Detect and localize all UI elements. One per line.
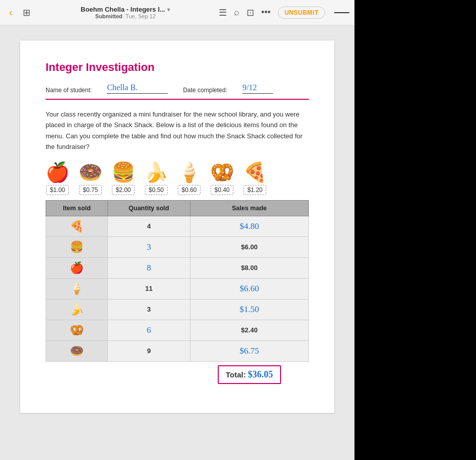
row-sales-2: $8.00 — [190, 257, 308, 278]
food-price-6: $1.20 — [244, 185, 266, 195]
problem-description: Your class recently organized a mini fun… — [46, 109, 309, 152]
document-page: Integer Investigation Name of student: C… — [20, 41, 334, 413]
row-sales-0: $4.80 — [190, 216, 308, 237]
food-icons-row: 🍎 $1.00 🍩 $0.75 🍔 $2.00 🍌 $0.50 🍦 $0.60 … — [46, 163, 309, 195]
toolbar-line — [334, 12, 349, 13]
row-icon-4: 🍌 — [46, 299, 108, 320]
food-item-2: 🍔 $2.00 — [111, 163, 135, 195]
col-qty-sold: Quantity sold — [108, 200, 190, 216]
table-row: 🍦 11 $6.60 — [46, 278, 309, 299]
food-emoji-1: 🍩 — [78, 163, 102, 182]
toolbar-icons: ☰ ⌕ ⊡ ••• UNSUBMIT — [219, 7, 349, 19]
table-row: 🥨 6 $2.40 — [46, 320, 309, 340]
food-item-5: 🥨 $0.40 — [210, 163, 234, 195]
row-icon-0: 🍕 — [46, 216, 108, 237]
row-qty-4: 3 — [108, 299, 190, 320]
food-emoji-2: 🍔 — [111, 163, 135, 182]
total-label: Total: — [226, 370, 246, 379]
table-row: 🍎 8 $8.00 — [46, 257, 309, 278]
total-cell: Total: $36.05 — [190, 361, 308, 388]
food-price-4: $0.60 — [178, 185, 200, 195]
row-qty-2: 8 — [108, 257, 190, 278]
food-emoji-4: 🍦 — [177, 163, 201, 182]
food-emoji-6: 🍕 — [243, 163, 267, 182]
document-title: Boehm Chella - Integers I... — [81, 6, 165, 13]
row-sales-4: $1.50 — [190, 299, 308, 320]
submission-date: Tue, Sep 12 — [126, 13, 156, 19]
student-name-value: Chella B. — [107, 83, 168, 94]
row-qty-3: 11 — [108, 278, 190, 299]
submission-status: Submitted — [95, 13, 123, 19]
row-sales-3: $6.60 — [190, 278, 308, 299]
main-layout: Integer Investigation Name of student: C… — [0, 25, 476, 460]
total-box: Total: $36.05 — [218, 365, 281, 384]
document-heading: Integer Investigation — [46, 61, 309, 74]
col-sales-made: Sales made — [190, 200, 308, 216]
food-emoji-3: 🍌 — [144, 163, 168, 182]
row-sales-1: $6.00 — [190, 237, 308, 257]
more-icon[interactable]: ••• — [261, 7, 271, 18]
food-item-3: 🍌 $0.50 — [144, 163, 168, 195]
row-qty-1: 3 — [108, 237, 190, 257]
sidebar-toggle-button[interactable]: ⊞ — [21, 5, 32, 20]
unsubmit-button[interactable]: UNSUBMIT — [278, 7, 325, 19]
student-name-label: Name of student: — [46, 87, 92, 94]
row-sales-6: $6.75 — [190, 340, 308, 361]
top-bar: ‹ ⊞ Boehm Chella - Integers I... ▾ Submi… — [0, 0, 354, 25]
food-emoji-0: 🍎 — [46, 163, 69, 182]
date-label: Date completed: — [183, 87, 227, 94]
title-chevron-icon[interactable]: ▾ — [167, 6, 170, 13]
document-area: Integer Investigation Name of student: C… — [0, 25, 354, 460]
food-price-2: $2.00 — [112, 185, 134, 195]
col-item-sold: Item sold — [46, 200, 108, 216]
row-icon-5: 🥨 — [46, 320, 108, 340]
food-price-0: $1.00 — [46, 185, 68, 195]
row-sales-5: $2.40 — [190, 320, 308, 340]
total-empty-1 — [46, 361, 108, 388]
search-icon[interactable]: ⌕ — [234, 7, 240, 18]
food-item-4: 🍦 $0.60 — [177, 163, 201, 195]
back-button[interactable]: ‹ — [5, 5, 17, 20]
table-row: 🍌 3 $1.50 — [46, 299, 309, 320]
food-price-5: $0.40 — [211, 185, 233, 195]
total-empty-2 — [108, 361, 190, 388]
share-icon[interactable]: ⊡ — [247, 7, 254, 18]
food-item-6: 🍕 $1.20 — [243, 163, 267, 195]
food-price-3: $0.50 — [145, 185, 167, 195]
table-row: 🍕 4 $4.80 — [46, 216, 309, 237]
row-icon-2: 🍎 — [46, 257, 108, 278]
food-item-1: 🍩 $0.75 — [78, 163, 102, 195]
table-row: 🍩 9 $6.75 — [46, 340, 309, 361]
total-value: $36.05 — [248, 369, 273, 379]
row-icon-6: 🍩 — [46, 340, 108, 361]
date-value: 9/12 — [243, 83, 273, 94]
row-qty-5: 6 — [108, 320, 190, 340]
row-qty-0: 4 — [108, 216, 190, 237]
food-price-1: $0.75 — [79, 185, 101, 195]
sales-table: Item sold Quantity sold Sales made 🍕 4 $… — [46, 200, 309, 388]
section-divider — [46, 99, 309, 100]
title-area: Boehm Chella - Integers I... ▾ Submitted… — [36, 6, 215, 19]
student-info-row: Name of student: Chella B. Date complete… — [46, 83, 309, 94]
food-emoji-5: 🥨 — [210, 163, 234, 182]
row-icon-1: 🍔 — [46, 237, 108, 257]
row-qty-6: 9 — [108, 340, 190, 361]
total-row: Total: $36.05 — [46, 361, 309, 388]
table-row: 🍔 3 $6.00 — [46, 237, 309, 257]
right-panel — [354, 25, 476, 460]
list-icon[interactable]: ☰ — [219, 7, 227, 18]
food-item-0: 🍎 $1.00 — [46, 163, 69, 195]
row-icon-3: 🍦 — [46, 278, 108, 299]
